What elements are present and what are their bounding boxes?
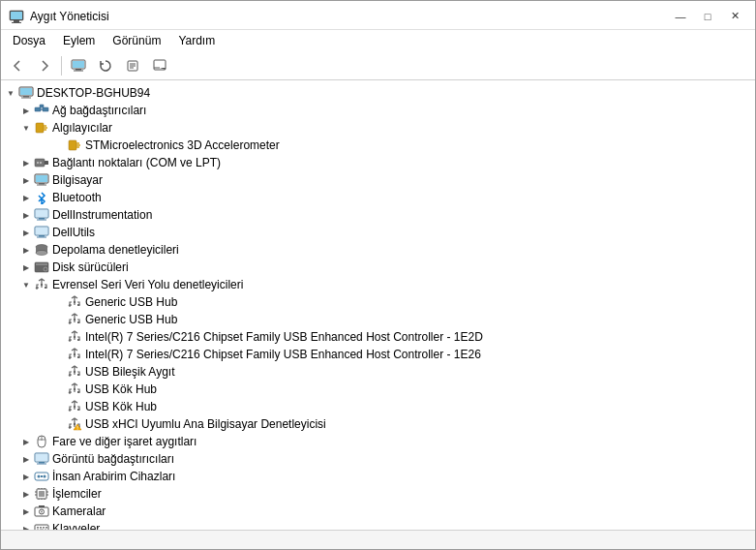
tree-node-usb6[interactable]: USB Kök Hub bbox=[1, 381, 755, 398]
menu-bar: Dosya Eylem Görünüm Yardım bbox=[1, 30, 755, 51]
dellinstr-label: DellInstrumentation bbox=[52, 208, 152, 222]
expander-dellutils[interactable] bbox=[18, 224, 34, 241]
network-label: Ağ bağdaştırıcıları bbox=[52, 104, 146, 117]
expander-computer2[interactable] bbox=[18, 171, 34, 189]
svg-rect-75 bbox=[77, 409, 79, 411]
menu-yardim[interactable]: Yardım bbox=[170, 32, 223, 49]
sensors-label: Algılayıcılar bbox=[52, 121, 112, 135]
tree-node-usb3[interactable]: Intel(R) 7 Series/C216 Chipset Family US… bbox=[1, 328, 755, 346]
sensors-icon bbox=[34, 120, 49, 136]
tree-node-usb-root[interactable]: Evrensel Seri Veri Yolu denetleyicileri bbox=[1, 276, 755, 293]
menu-dosya[interactable]: Dosya bbox=[5, 32, 53, 49]
back-icon bbox=[11, 59, 24, 73]
svg-rect-23 bbox=[36, 123, 44, 133]
expander-bluetooth[interactable] bbox=[18, 189, 34, 206]
expander-network[interactable] bbox=[18, 102, 34, 119]
tree-node-usb1[interactable]: Generic USB Hub bbox=[1, 293, 755, 311]
tree-node-mouse[interactable]: Fare ve diğer işaret aygıtları bbox=[1, 433, 755, 450]
expander-accel bbox=[51, 137, 67, 154]
tree-node-network[interactable]: Ağ bağdaştırıcıları bbox=[1, 102, 755, 119]
title-bar: Aygıt Yöneticisi — □ ✕ bbox=[1, 1, 755, 30]
expander-disk[interactable] bbox=[18, 259, 34, 276]
svg-point-108 bbox=[41, 511, 43, 513]
tree-node-dellinstr[interactable]: DellInstrumentation bbox=[1, 206, 755, 224]
maximize-button[interactable]: □ bbox=[695, 7, 720, 26]
usb6-label: USB Kök Hub bbox=[85, 382, 157, 396]
expander-computer[interactable] bbox=[3, 84, 18, 102]
usb-root-label: Evrensel Seri Veri Yolu denetleyicileri bbox=[52, 278, 243, 291]
close-button[interactable]: ✕ bbox=[722, 7, 747, 26]
tree-node-camera[interactable]: Kameralar bbox=[1, 503, 755, 520]
tree-node-computer[interactable]: DESKTOP-BGHUB94 bbox=[1, 84, 755, 102]
forward-button[interactable] bbox=[32, 54, 57, 77]
tree-node-sensors[interactable]: Algılayıcılar bbox=[1, 119, 755, 137]
tree-node-bluetooth[interactable]: Bluetooth bbox=[1, 189, 755, 206]
expander-cpu[interactable] bbox=[18, 485, 34, 503]
device-tree[interactable]: DESKTOP-BGHUB94 Ağ bağdaştırıcıları bbox=[1, 80, 755, 530]
help-button[interactable] bbox=[147, 54, 172, 77]
tree-node-display[interactable]: Görüntü bağdaştırıcıları bbox=[1, 450, 755, 468]
cpu-label: İşlemciler bbox=[52, 487, 102, 501]
svg-point-70 bbox=[74, 371, 76, 373]
tree-node-usb7[interactable]: USB Kök Hub bbox=[1, 398, 755, 415]
tree-node-disk[interactable]: Disk sürücüleri bbox=[1, 259, 755, 276]
expander-keyboard[interactable] bbox=[18, 520, 34, 530]
svg-point-74 bbox=[69, 409, 71, 411]
back-button[interactable] bbox=[5, 54, 30, 77]
svg-marker-106 bbox=[39, 505, 45, 507]
expander-usb-root[interactable] bbox=[18, 276, 34, 293]
expander-mouse[interactable] bbox=[18, 433, 34, 450]
tree-node-com[interactable]: Bağlantı noktaları (COM ve LPT) bbox=[1, 154, 755, 171]
svg-point-79 bbox=[74, 423, 76, 425]
computer-view-button[interactable] bbox=[66, 54, 91, 77]
svg-rect-54 bbox=[45, 287, 46, 289]
svg-rect-44 bbox=[36, 228, 47, 234]
properties-button[interactable] bbox=[120, 54, 145, 77]
usb4-icon bbox=[67, 347, 82, 362]
svg-rect-40 bbox=[36, 210, 47, 217]
tree-node-usb4[interactable]: Intel(R) 7 Series/C216 Chipset Family US… bbox=[1, 346, 755, 363]
svg-rect-92 bbox=[41, 475, 43, 477]
tree-node-usb2[interactable]: Generic USB Hub bbox=[1, 311, 755, 328]
usb1-label: Generic USB Hub bbox=[85, 295, 177, 309]
expander-storage[interactable] bbox=[18, 241, 34, 259]
tree-node-computer2[interactable]: Bilgisayar bbox=[1, 171, 755, 189]
tree-node-keyboard[interactable]: Klavyeler bbox=[1, 520, 755, 530]
svg-rect-38 bbox=[37, 185, 46, 186]
keyboard-icon bbox=[34, 521, 49, 530]
app-icon bbox=[9, 9, 24, 24]
computer-icon bbox=[18, 85, 34, 101]
device-manager-window: Aygıt Yöneticisi — □ ✕ Dosya Eylem Görün… bbox=[0, 0, 756, 550]
usb6-icon bbox=[67, 382, 82, 397]
usb2-label: Generic USB Hub bbox=[85, 313, 177, 326]
usb7-icon bbox=[67, 399, 82, 414]
help-icon bbox=[153, 59, 166, 73]
menu-gorunum[interactable]: Görünüm bbox=[105, 32, 168, 49]
expander-usb3 bbox=[51, 328, 67, 346]
refresh-button[interactable] bbox=[93, 54, 118, 77]
svg-rect-72 bbox=[77, 391, 79, 393]
svg-rect-5 bbox=[73, 61, 84, 68]
expander-sensors[interactable] bbox=[18, 119, 34, 137]
tree-node-usb8[interactable]: ! USB xHCI Uyumlu Ana Bilgisayar Denetle… bbox=[1, 415, 755, 433]
tree-node-accel[interactable]: STMicroelectronics 3D Accelerometer bbox=[1, 137, 755, 154]
tree-node-storage[interactable]: Depolama denetleyicileri bbox=[1, 241, 755, 259]
tree-node-cpu[interactable]: İşlemciler bbox=[1, 485, 755, 503]
tree-node-usb5[interactable]: USB Bileşik Aygıt bbox=[1, 363, 755, 381]
svg-rect-113 bbox=[45, 527, 47, 529]
expander-display[interactable] bbox=[18, 450, 34, 468]
expander-hid[interactable] bbox=[18, 468, 34, 485]
tree-node-hid[interactable]: İnsan Arabirim Cihazları bbox=[1, 468, 755, 485]
svg-point-53 bbox=[36, 287, 38, 289]
expander-dellinstr[interactable] bbox=[18, 206, 34, 224]
expander-usb2 bbox=[51, 311, 67, 328]
expander-com[interactable] bbox=[18, 154, 34, 171]
menu-eylem[interactable]: Eylem bbox=[55, 32, 103, 49]
svg-rect-60 bbox=[77, 321, 79, 323]
minimize-button[interactable]: — bbox=[668, 7, 693, 26]
svg-point-91 bbox=[44, 475, 46, 478]
bluetooth-icon bbox=[34, 190, 49, 205]
expander-camera[interactable] bbox=[18, 503, 34, 520]
svg-point-71 bbox=[69, 391, 71, 393]
tree-node-dellutils[interactable]: DellUtils bbox=[1, 224, 755, 241]
